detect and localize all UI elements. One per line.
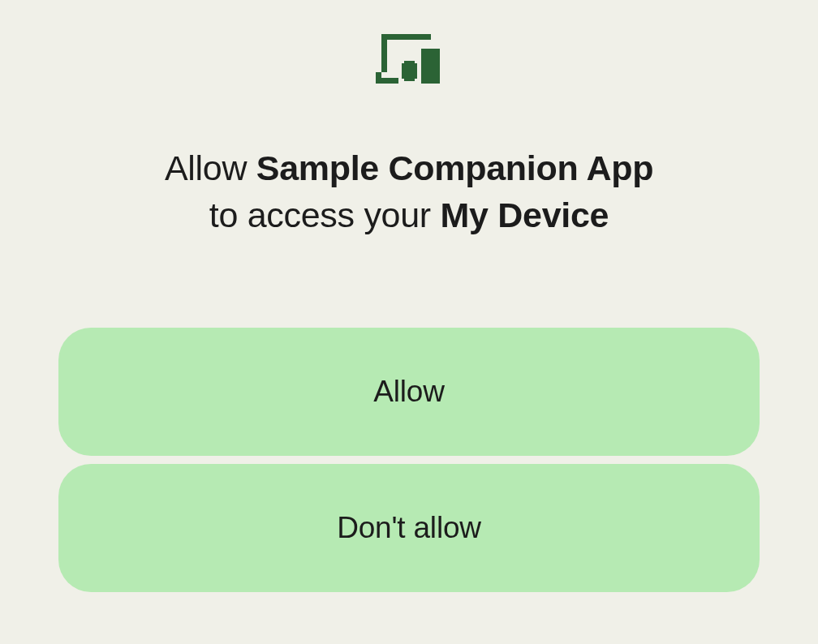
title-device-name: My Device xyxy=(441,195,609,234)
dialog-title: Allow Sample Companion App to access you… xyxy=(132,144,686,238)
title-prefix: Allow xyxy=(165,148,256,187)
title-app-name: Sample Companion App xyxy=(256,148,653,187)
companion-devices-icon xyxy=(376,34,442,88)
dialog-buttons: Allow Don't allow xyxy=(0,328,818,592)
allow-button[interactable]: Allow xyxy=(58,328,760,456)
title-middle: to access your xyxy=(209,195,441,234)
deny-button[interactable]: Don't allow xyxy=(58,464,760,592)
